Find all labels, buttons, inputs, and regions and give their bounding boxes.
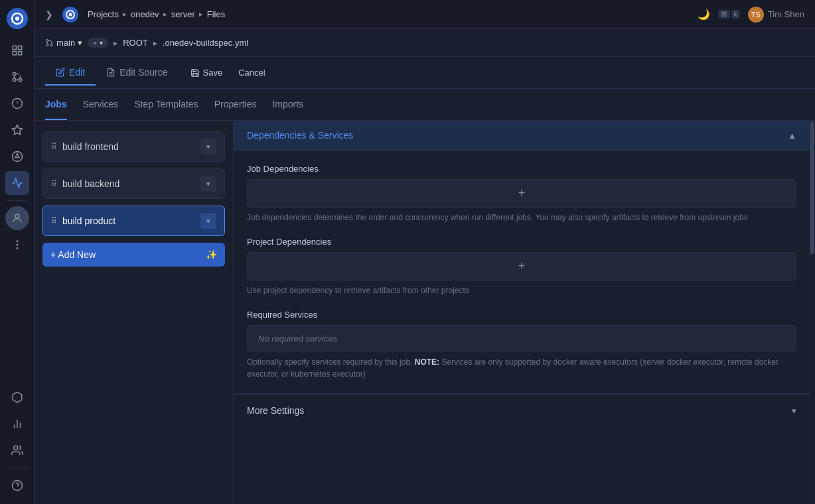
svg-point-2 <box>15 17 19 21</box>
edit-icon <box>56 68 65 77</box>
sidebar-icon-dashboard[interactable] <box>5 38 29 62</box>
add-project-dependency-button[interactable]: + <box>247 252 796 281</box>
user-name: Tim Shen <box>768 9 804 19</box>
add-job-dependency-button[interactable]: + <box>247 179 796 208</box>
add-new-button[interactable]: + Add New ✨ <box>42 243 225 267</box>
job-item-build-frontend[interactable]: ⠿ build frontend ▾ <box>42 131 225 162</box>
path-sep-1: ▸ <box>113 38 117 48</box>
edit-tab-label: Edit <box>69 67 85 78</box>
logo-icon[interactable] <box>5 7 29 31</box>
drag-handle-icon: ⠿ <box>51 179 57 188</box>
breadcrumb-sep-2: ▸ <box>163 10 167 19</box>
job-name: build product <box>62 216 195 226</box>
svg-point-20 <box>17 244 18 245</box>
tab-step-templates[interactable]: Step Templates <box>134 90 198 120</box>
section-title: Dependencies & Services <box>247 130 353 141</box>
branch-icon <box>45 38 54 47</box>
job-dependencies-field: Job Dependencies + Job dependencies dete… <box>247 164 796 223</box>
save-button[interactable]: Save <box>181 64 232 82</box>
kbd-k: k <box>731 10 740 19</box>
sidebar-icon-pipeline[interactable] <box>5 171 29 195</box>
job-expand-btn[interactable]: ▾ <box>200 139 216 155</box>
content-split: ⠿ build frontend ▾ ⠿ build backend ▾ ⠿ b… <box>35 121 815 504</box>
sidebar-icon-avatar[interactable] <box>5 206 29 230</box>
sidebar-icon-packages2[interactable] <box>5 385 29 409</box>
svg-point-31 <box>50 44 52 46</box>
sidebar-icon-issues[interactable] <box>5 92 29 115</box>
tab-services[interactable]: Services <box>83 90 119 120</box>
edit-source-tab[interactable]: Edit Source <box>96 60 178 86</box>
job-item-build-product[interactable]: ⠿ build product ▾ <box>42 206 225 236</box>
circle-chevron-icon: ▾ <box>100 39 103 46</box>
topbar: ❯ Projects ▸ onedev ▸ server ▸ Files 🌙 ⌘… <box>35 0 815 29</box>
branch-selector[interactable]: main ▾ <box>45 38 82 48</box>
job-expand-btn[interactable]: ▾ <box>200 176 216 192</box>
svg-point-19 <box>17 241 18 242</box>
svg-rect-3 <box>13 46 16 49</box>
branchbar: main ▾ ● ▾ ▸ ROOT ▸ .onedev-buildspec.ym… <box>35 29 815 57</box>
job-expand-btn[interactable]: ▾ <box>200 213 216 229</box>
svg-marker-15 <box>12 125 22 135</box>
sidebar-icon-packages[interactable] <box>5 145 29 168</box>
sidebar-icon-builds[interactable] <box>5 118 29 142</box>
breadcrumb: Projects ▸ onedev ▸ server ▸ Files <box>88 9 225 19</box>
dependencies-section-header[interactable]: Dependencies & Services ▲ <box>234 121 810 151</box>
required-services-field: Required Services No required services O… <box>247 310 796 380</box>
tab-imports[interactable]: Imports <box>272 90 303 120</box>
svg-rect-5 <box>13 52 16 55</box>
user-avatar: TS <box>748 7 764 23</box>
more-settings-header[interactable]: More Settings ▾ <box>234 394 810 426</box>
sidebar-icon-git[interactable] <box>5 65 29 89</box>
tab-jobs[interactable]: Jobs <box>45 90 67 120</box>
job-name: build frontend <box>62 141 195 152</box>
svg-marker-17 <box>15 154 19 158</box>
svg-point-8 <box>13 72 16 76</box>
job-name: build backend <box>62 178 195 189</box>
section-collapse-icon: ▲ <box>788 131 796 141</box>
tab-properties[interactable]: Properties <box>214 90 257 120</box>
sidebar-icon-more[interactable] <box>5 233 29 257</box>
save-btn-label: Save <box>203 68 223 78</box>
svg-point-18 <box>15 214 19 218</box>
scrollbar-track[interactable] <box>810 121 815 504</box>
magic-wand-icon: ✨ <box>206 249 217 260</box>
breadcrumb-files[interactable]: Files <box>207 9 225 19</box>
path-root[interactable]: ROOT <box>123 38 148 48</box>
job-item-build-backend[interactable]: ⠿ build backend ▾ <box>42 168 225 199</box>
breadcrumb-server[interactable]: server <box>171 9 195 19</box>
svg-point-33 <box>46 44 48 46</box>
left-panel: ⠿ build frontend ▾ ⠿ build backend ▾ ⠿ b… <box>35 121 234 504</box>
moon-icon[interactable]: 🌙 <box>698 9 710 21</box>
circle-selector[interactable]: ● ▾ <box>88 38 108 48</box>
breadcrumb-projects[interactable]: Projects <box>88 9 119 19</box>
breadcrumb-sep-1: ▸ <box>123 10 127 19</box>
topbar-right: 🌙 ⌘ k TS Tim Shen <box>698 7 804 23</box>
sidebar-toggle-icon[interactable]: ❯ <box>45 9 53 20</box>
sidebar-separator-1 <box>7 200 27 201</box>
topbar-logo[interactable] <box>61 5 80 24</box>
job-dependencies-label: Job Dependencies <box>247 164 796 174</box>
no-services-text: No required services <box>247 325 796 352</box>
branch-chevron-icon: ▾ <box>78 38 82 48</box>
more-settings-label: More Settings <box>247 405 304 416</box>
sidebar-icon-help[interactable] <box>5 473 29 497</box>
breadcrumb-onedev[interactable]: onedev <box>131 9 159 19</box>
branch-name: main <box>56 38 75 48</box>
edit-source-tab-label: Edit Source <box>119 67 167 78</box>
required-services-desc-pre: Optionally specify services required by … <box>247 357 415 367</box>
sidebar-icon-stats[interactable] <box>5 412 29 436</box>
section-body: Job Dependencies + Job dependencies dete… <box>234 151 810 394</box>
svg-point-9 <box>13 78 16 82</box>
edit-tab[interactable]: Edit <box>45 60 96 86</box>
sidebar-icon-group[interactable] <box>5 438 29 462</box>
scrollbar-thumb[interactable] <box>810 121 814 254</box>
path-sep-2: ▸ <box>153 38 157 48</box>
user-menu[interactable]: TS Tim Shen <box>748 7 804 23</box>
svg-point-25 <box>13 446 17 450</box>
job-dependencies-desc: Job dependencies determines the order an… <box>247 212 796 223</box>
path-file: .onedev-buildspec.yml <box>163 38 248 48</box>
cancel-button[interactable]: Cancel <box>232 64 271 82</box>
required-services-note: NOTE: <box>415 357 439 367</box>
drag-handle-icon: ⠿ <box>51 142 57 151</box>
add-new-label: + Add New <box>50 249 96 260</box>
